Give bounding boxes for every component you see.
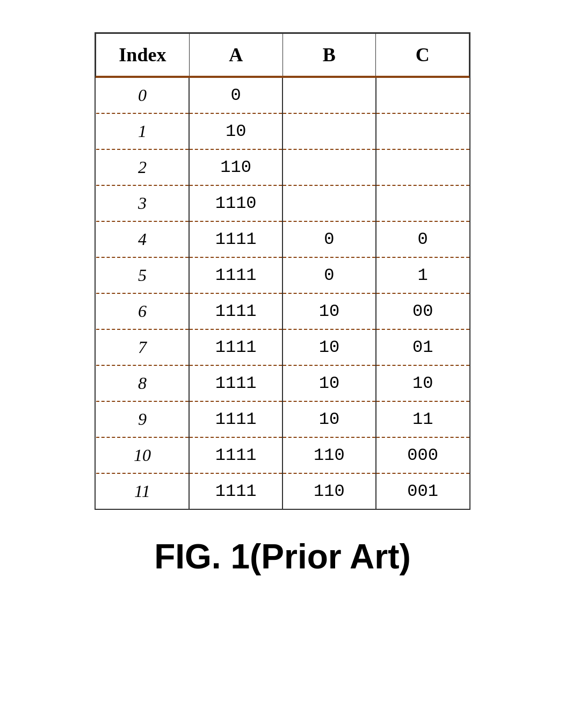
cell-c-3 xyxy=(376,185,469,221)
cell-b-3 xyxy=(282,185,376,221)
main-table-container: Index A B C 0011021103111041111005111101… xyxy=(95,32,470,510)
cell-c-10: 000 xyxy=(376,437,469,473)
cell-b-8: 10 xyxy=(282,365,376,401)
cell-index-8: 8 xyxy=(96,365,190,401)
figure-caption: FIG. 1(Prior Art) xyxy=(154,537,411,576)
cell-a-4: 1111 xyxy=(189,221,282,257)
cell-index-11: 11 xyxy=(96,473,190,509)
cell-a-0: 0 xyxy=(189,77,282,113)
cell-index-0: 0 xyxy=(96,77,190,113)
cell-a-9: 1111 xyxy=(189,401,282,437)
table-row: 711111001 xyxy=(96,329,469,365)
cell-a-7: 1111 xyxy=(189,329,282,365)
table-row: 911111011 xyxy=(96,401,469,437)
cell-a-3: 1110 xyxy=(189,185,282,221)
header-c: C xyxy=(376,34,469,77)
cell-c-2 xyxy=(376,149,469,185)
cell-index-6: 6 xyxy=(96,293,190,329)
cell-index-4: 4 xyxy=(96,221,190,257)
cell-c-0 xyxy=(376,77,469,113)
cell-index-1: 1 xyxy=(96,113,190,149)
cell-a-5: 1111 xyxy=(189,257,282,293)
cell-a-1: 10 xyxy=(189,113,282,149)
data-table: Index A B C 0011021103111041111005111101… xyxy=(96,33,469,509)
table-row: 811111010 xyxy=(96,365,469,401)
table-row: 611111000 xyxy=(96,293,469,329)
cell-index-10: 10 xyxy=(96,437,190,473)
cell-c-9: 11 xyxy=(376,401,469,437)
cell-b-4: 0 xyxy=(282,221,376,257)
cell-a-10: 1111 xyxy=(189,437,282,473)
table-row: 2110 xyxy=(96,149,469,185)
cell-index-5: 5 xyxy=(96,257,190,293)
table-row: 110 xyxy=(96,113,469,149)
table-row: 00 xyxy=(96,77,469,113)
cell-b-10: 110 xyxy=(282,437,376,473)
cell-a-8: 1111 xyxy=(189,365,282,401)
cell-b-2 xyxy=(282,149,376,185)
cell-c-7: 01 xyxy=(376,329,469,365)
table-row: 4111100 xyxy=(96,221,469,257)
cell-a-2: 110 xyxy=(189,149,282,185)
cell-b-9: 10 xyxy=(282,401,376,437)
header-index: Index xyxy=(96,34,190,77)
table-row: 5111101 xyxy=(96,257,469,293)
cell-c-11: 001 xyxy=(376,473,469,509)
cell-c-4: 0 xyxy=(376,221,469,257)
cell-b-11: 110 xyxy=(282,473,376,509)
cell-b-6: 10 xyxy=(282,293,376,329)
table-row: 101111110000 xyxy=(96,437,469,473)
table-row: 111111110001 xyxy=(96,473,469,509)
cell-b-1 xyxy=(282,113,376,149)
header-a: A xyxy=(189,34,282,77)
cell-b-5: 0 xyxy=(282,257,376,293)
table-row: 31110 xyxy=(96,185,469,221)
cell-c-5: 1 xyxy=(376,257,469,293)
cell-a-6: 1111 xyxy=(189,293,282,329)
cell-index-3: 3 xyxy=(96,185,190,221)
cell-c-1 xyxy=(376,113,469,149)
cell-index-9: 9 xyxy=(96,401,190,437)
cell-c-6: 00 xyxy=(376,293,469,329)
cell-b-0 xyxy=(282,77,376,113)
cell-c-8: 10 xyxy=(376,365,469,401)
cell-index-7: 7 xyxy=(96,329,190,365)
cell-index-2: 2 xyxy=(96,149,190,185)
header-b: B xyxy=(282,34,376,77)
cell-b-7: 10 xyxy=(282,329,376,365)
table-header-row: Index A B C xyxy=(96,34,469,77)
cell-a-11: 1111 xyxy=(189,473,282,509)
